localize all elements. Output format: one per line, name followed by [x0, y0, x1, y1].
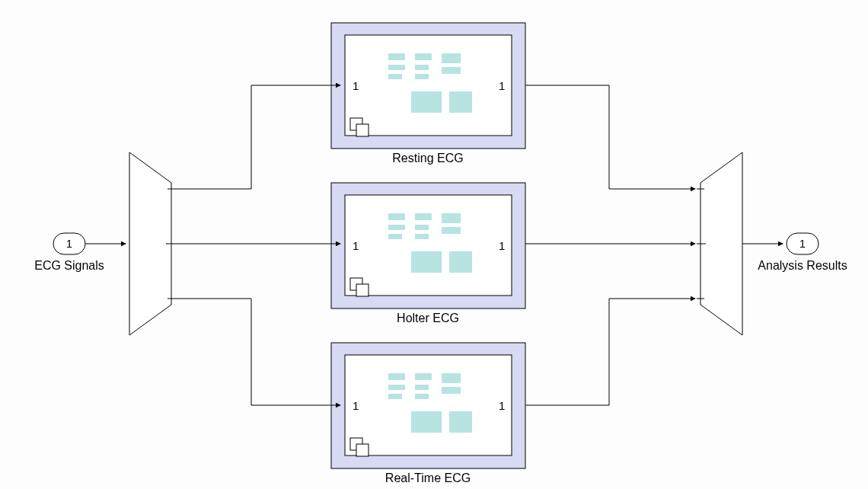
- svg-rect-45: [442, 387, 461, 394]
- variant-block-holter[interactable]: 1 1: [331, 183, 525, 308]
- signal-line: [525, 299, 695, 405]
- svg-rect-27: [415, 213, 432, 220]
- svg-rect-29: [388, 225, 405, 230]
- svg-rect-26: [388, 213, 405, 220]
- mux-block[interactable]: [697, 152, 742, 335]
- svg-rect-18: [388, 74, 402, 79]
- svg-rect-16: [415, 65, 429, 70]
- svg-rect-30: [415, 225, 429, 230]
- demux-block[interactable]: [129, 152, 175, 335]
- svg-rect-20: [411, 91, 442, 113]
- svg-rect-17: [442, 67, 461, 74]
- variant-in-port: 1: [353, 239, 359, 252]
- svg-rect-11: [356, 124, 369, 136]
- svg-rect-44: [415, 385, 429, 390]
- svg-rect-35: [449, 251, 472, 273]
- outport-port-number: 1: [799, 237, 806, 250]
- inport-port-number: 1: [66, 237, 72, 250]
- signal-line: [175, 299, 340, 405]
- signal-line: [175, 85, 340, 189]
- outport-label: Analysis Results: [758, 259, 847, 272]
- simulink-diagram: 1 ECG Signals 1 Analysis Results 1 1: [0, 0, 868, 489]
- svg-rect-43: [388, 385, 405, 390]
- svg-rect-37: [345, 355, 512, 455]
- inport-label: ECG Signals: [34, 259, 104, 272]
- variant-out-port: 1: [499, 79, 505, 92]
- svg-rect-33: [415, 234, 429, 239]
- svg-rect-32: [388, 234, 402, 239]
- svg-rect-41: [415, 373, 432, 380]
- svg-rect-48: [411, 411, 442, 433]
- svg-rect-14: [442, 53, 461, 63]
- variant-label: Holter ECG: [397, 312, 459, 324]
- inport-block[interactable]: 1: [53, 233, 85, 254]
- svg-rect-34: [411, 251, 442, 273]
- svg-rect-25: [356, 284, 369, 296]
- svg-rect-46: [388, 394, 402, 399]
- svg-rect-23: [345, 195, 512, 296]
- svg-rect-13: [415, 53, 432, 60]
- variant-out-port: 1: [499, 239, 505, 252]
- variant-label: Real-Time ECG: [385, 471, 471, 484]
- outport-block[interactable]: 1: [787, 233, 819, 254]
- svg-rect-40: [388, 373, 405, 380]
- variant-block-realtime[interactable]: 1 1: [331, 343, 525, 468]
- svg-rect-42: [442, 373, 461, 383]
- variant-in-port: 1: [353, 79, 359, 92]
- svg-rect-15: [388, 65, 405, 70]
- variant-label: Resting ECG: [392, 152, 463, 165]
- svg-rect-31: [442, 227, 461, 234]
- variant-out-port: 1: [499, 399, 505, 412]
- signal-line: [525, 85, 695, 189]
- svg-rect-28: [442, 213, 461, 223]
- svg-rect-21: [449, 91, 472, 113]
- svg-rect-12: [388, 53, 405, 60]
- variant-block-resting[interactable]: 1 1: [331, 23, 525, 149]
- svg-rect-39: [356, 444, 369, 456]
- svg-rect-19: [415, 74, 429, 79]
- variant-in-port: 1: [353, 399, 359, 412]
- svg-rect-49: [449, 411, 472, 433]
- svg-rect-9: [345, 35, 512, 136]
- svg-rect-47: [415, 394, 429, 399]
